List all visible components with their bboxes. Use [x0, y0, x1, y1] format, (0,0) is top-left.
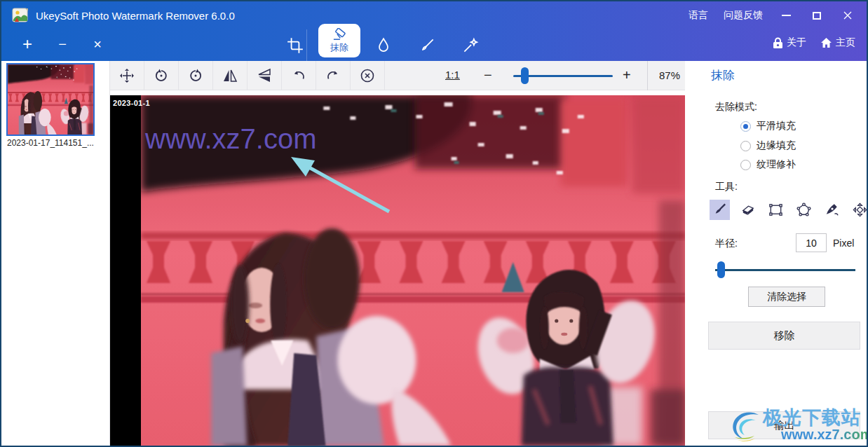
redo-button[interactable] [316, 61, 351, 90]
header: UkeySoft Photo Watermark Remover 6.0.0 语… [1, 1, 867, 61]
home-button[interactable]: 主页 [820, 36, 855, 49]
actual-size-button[interactable]: 1:1 [445, 69, 460, 81]
blur-tool-button[interactable] [374, 36, 393, 55]
remove-button[interactable]: 移除 [708, 322, 860, 350]
about-button[interactable]: 关于 [773, 36, 806, 49]
zoom-out-button[interactable]: − [484, 67, 492, 83]
mode-option-smooth[interactable]: 平滑填充 [740, 120, 796, 132]
app-logo-icon [11, 7, 29, 24]
crop-tool-button[interactable] [286, 36, 304, 55]
maximize-icon [813, 12, 821, 20]
radius-input[interactable] [796, 233, 827, 252]
rotate-right-button[interactable] [179, 61, 213, 90]
zoom-level: 87% [659, 69, 680, 81]
radio-icon [740, 160, 751, 170]
date-stamp: 2023-01-1 [113, 99, 166, 107]
output-button[interactable]: 输出 [708, 411, 860, 439]
clear-images-button[interactable]: × [88, 35, 107, 53]
add-image-button[interactable]: + [18, 35, 36, 53]
radius-slider-track[interactable] [715, 269, 855, 271]
minimize-button[interactable] [778, 8, 794, 23]
photo-canvas[interactable]: 2023-01-1 www.xz7.com [110, 95, 685, 446]
rotate-left-button[interactable] [144, 61, 179, 90]
titlebar: UkeySoft Photo Watermark Remover 6.0.0 语… [1, 1, 867, 29]
clear-selection-button[interactable]: 清除选择 [748, 287, 825, 307]
radius-slider-thumb[interactable] [717, 261, 725, 278]
app-window: UkeySoft Photo Watermark Remover 6.0.0 语… [0, 0, 868, 447]
mode-option-texture[interactable]: 纹理修补 [740, 158, 796, 171]
brush-select-tool[interactable] [710, 200, 730, 220]
tools-label: 工具: [715, 181, 738, 193]
app-title: UkeySoft Photo Watermark Remover 6.0.0 [36, 10, 235, 22]
annotation-arrow-icon [284, 151, 400, 221]
magic-wand-button[interactable] [461, 36, 480, 55]
pen-select-tool[interactable] [822, 200, 842, 220]
minimize-icon [782, 15, 791, 16]
brush-tool-button[interactable] [418, 36, 436, 55]
thumbnail-caption: 2023-01-17_114151_... [7, 138, 105, 148]
move-select-tool[interactable] [850, 200, 868, 220]
rectangle-select-tool[interactable] [766, 200, 786, 220]
pan-tool-button[interactable] [110, 61, 144, 90]
flip-horizontal-button[interactable] [213, 61, 247, 90]
image-thumbnail[interactable] [6, 63, 95, 136]
erase-panel: 抹除 去除模式: 平滑填充 边缘填充 纹理修补 工具: [696, 61, 867, 446]
mode-option-label: 平滑填充 [757, 120, 796, 132]
flip-vertical-button[interactable] [247, 61, 282, 90]
tab-erase[interactable]: 抹除 [318, 24, 360, 57]
radius-unit: Pixel [833, 238, 854, 249]
zoom-slider-thumb[interactable] [521, 67, 529, 84]
watermark-text: www.xz7.com [145, 123, 317, 155]
polygon-select-tool[interactable] [794, 200, 814, 220]
mode-option-label: 纹理修补 [757, 158, 796, 171]
maximize-button[interactable] [809, 8, 825, 23]
tab-erase-label: 抹除 [330, 41, 348, 54]
mode-label: 去除模式: [715, 101, 757, 114]
deselect-button[interactable] [351, 61, 385, 90]
home-label: 主页 [836, 36, 855, 49]
about-label: 关于 [787, 36, 806, 49]
panel-title: 抹除 [711, 67, 735, 83]
mode-option-edge[interactable]: 边缘填充 [740, 139, 796, 152]
radio-icon [740, 141, 751, 151]
toolbar-separator [306, 29, 307, 61]
header-toolrow: + − × 抹除 [1, 29, 867, 61]
zoom-in-button[interactable]: + [623, 67, 631, 83]
remove-image-button[interactable]: − [53, 35, 72, 53]
toolbar-divider [647, 61, 648, 90]
menu-feedback[interactable]: 问题反馈 [724, 9, 763, 22]
eraser-select-tool[interactable] [738, 200, 758, 220]
lock-icon [773, 37, 783, 49]
canvas-toolbar: 1:1 − + 87% [110, 61, 685, 90]
menu-language[interactable]: 语言 [689, 9, 708, 22]
close-button[interactable] [840, 8, 855, 23]
file-list-panel: 2023-01-17_114151_... [1, 61, 110, 446]
radius-label: 半径: [715, 238, 738, 250]
eraser-icon [332, 28, 347, 41]
close-icon [843, 11, 853, 20]
canvas-column: 1:1 − + 87% 2023-01-1 www.xz7.com [110, 61, 685, 446]
radio-selected-icon [740, 121, 751, 132]
undo-button[interactable] [282, 61, 316, 90]
mode-option-label: 边缘填充 [757, 139, 796, 152]
main-area: 2023-01-17_114151_... [1, 61, 867, 446]
home-icon [820, 37, 832, 48]
